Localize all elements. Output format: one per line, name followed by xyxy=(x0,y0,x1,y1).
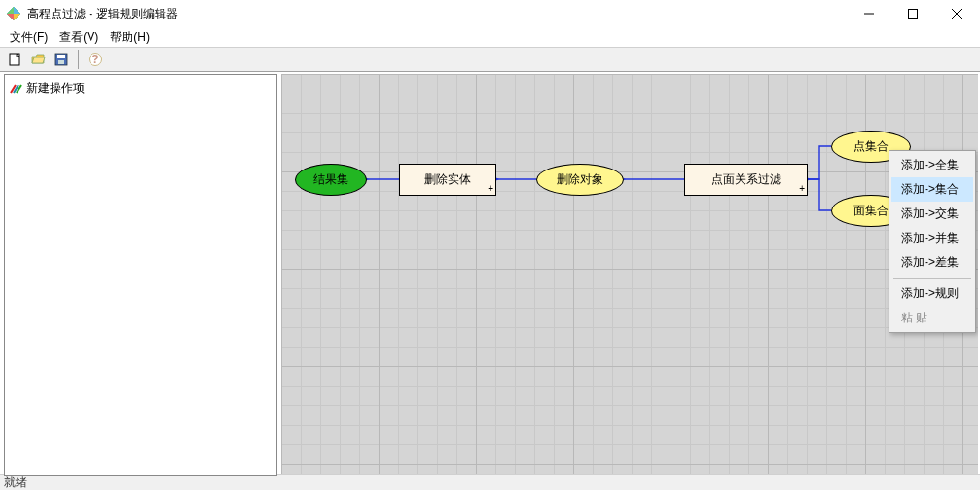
status-bar: 就绪 xyxy=(0,474,980,490)
workspace: 新建操作项 结果集 删除实体 + xyxy=(0,72,980,474)
node-delete-object[interactable]: 删除对象 xyxy=(536,164,624,196)
open-button[interactable] xyxy=(27,49,49,70)
svg-rect-11 xyxy=(58,60,64,64)
help-button[interactable]: ? xyxy=(85,49,106,70)
status-text: 就绪 xyxy=(4,474,27,490)
menu-view[interactable]: 查看(V) xyxy=(54,27,104,48)
window-title: 高程点过滤 - 逻辑规则编辑器 xyxy=(27,6,847,22)
svg-rect-5 xyxy=(908,10,917,19)
expand-icon: + xyxy=(799,184,805,194)
menu-bar: 文件(F) 查看(V) 帮助(H) xyxy=(0,27,980,47)
ctx-separator xyxy=(893,278,971,279)
node-result[interactable]: 结果集 xyxy=(295,164,367,196)
node-point-set-label: 点集合 xyxy=(853,138,889,155)
context-menu: 添加->全集 添加->集合 添加->交集 添加->并集 添加->差集 添加->规… xyxy=(889,150,976,333)
ctx-paste[interactable]: 粘 贴 xyxy=(891,306,973,330)
svg-rect-10 xyxy=(57,55,65,58)
menu-help[interactable]: 帮助(H) xyxy=(104,27,156,48)
minimize-button[interactable] xyxy=(847,0,890,27)
tree-root-label: 新建操作项 xyxy=(26,80,85,96)
node-face-set-label: 面集合 xyxy=(853,203,889,219)
close-button[interactable] xyxy=(934,0,978,27)
tree-root-item[interactable]: 新建操作项 xyxy=(9,79,272,97)
node-filter[interactable]: 点面关系过滤 + xyxy=(684,164,808,196)
toolbar-separator xyxy=(78,50,79,69)
menu-file[interactable]: 文件(F) xyxy=(4,27,54,48)
node-delete-entity[interactable]: 删除实体 + xyxy=(399,164,496,196)
node-filter-label: 点面关系过滤 xyxy=(711,171,781,188)
ctx-add-set[interactable]: 添加->集合 xyxy=(891,177,973,202)
svg-text:?: ? xyxy=(91,53,98,66)
ctx-add-rule[interactable]: 添加->规则 xyxy=(891,282,973,306)
new-button[interactable] xyxy=(4,49,25,70)
tree-panel[interactable]: 新建操作项 xyxy=(4,74,277,476)
node-delete-object-label: 删除对象 xyxy=(557,171,603,188)
maximize-button[interactable] xyxy=(890,0,934,27)
node-result-label: 结果集 xyxy=(313,171,348,188)
expand-icon: + xyxy=(488,184,493,194)
ctx-add-difference[interactable]: 添加->差集 xyxy=(891,250,973,275)
app-icon xyxy=(6,6,21,21)
ctx-add-intersection[interactable]: 添加->交集 xyxy=(891,202,973,226)
title-bar: 高程点过滤 - 逻辑规则编辑器 xyxy=(0,0,980,27)
node-delete-entity-label: 删除实体 xyxy=(424,171,471,188)
save-button[interactable] xyxy=(51,49,72,70)
canvas[interactable]: 结果集 删除实体 + 删除对象 点面关系过滤 + 点集合 面集合 添加->全集 … xyxy=(281,74,978,474)
tree-item-icon xyxy=(9,82,22,95)
ctx-add-union[interactable]: 添加->并集 xyxy=(891,226,973,250)
toolbar: ? xyxy=(0,47,980,72)
ctx-add-all[interactable]: 添加->全集 xyxy=(891,153,973,177)
